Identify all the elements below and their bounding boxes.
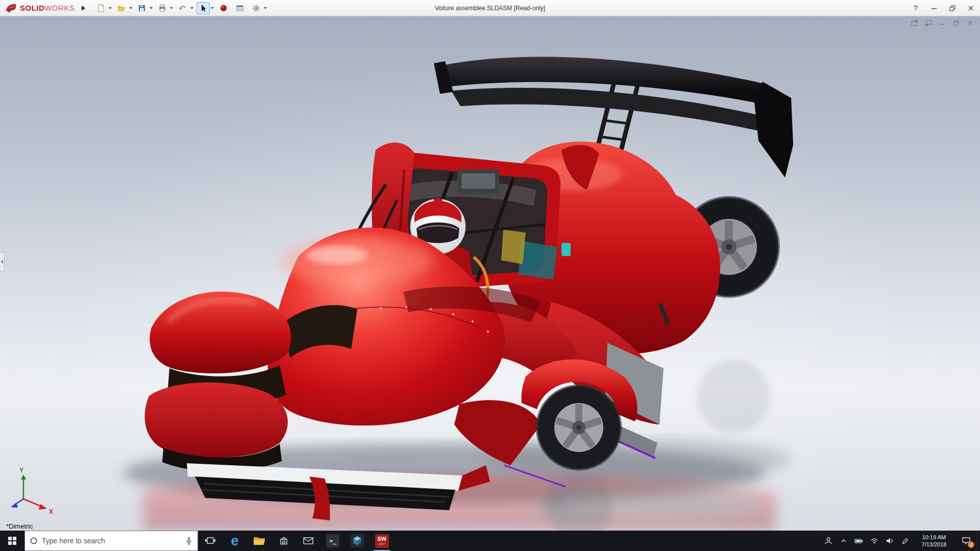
dropdown-caret[interactable] — [109, 7, 112, 9]
teal-detail — [561, 243, 571, 256]
undo-arrow-icon — [178, 4, 187, 13]
close-button[interactable] — [962, 0, 980, 16]
clock-date: 7/13/2018 — [914, 541, 954, 548]
float-window-icon — [911, 19, 919, 27]
doc-minimize-button[interactable] — [937, 19, 947, 27]
seat — [519, 241, 557, 280]
task-view-button[interactable] — [198, 531, 223, 551]
battery-icon — [854, 537, 864, 544]
graphics-viewport[interactable]: Y X — [0, 16, 980, 531]
dropdown-caret[interactable] — [170, 7, 173, 9]
file-explorer-icon — [253, 536, 265, 546]
mail-icon — [303, 536, 314, 545]
notification-badge: 2 — [968, 541, 974, 548]
solidworks-logo: SOLIDWORKS — [0, 3, 79, 13]
float-window-button[interactable] — [910, 19, 920, 27]
design-table-button[interactable] — [233, 2, 247, 14]
help-button[interactable]: ? — [906, 0, 925, 16]
brand-solid: SOLID — [20, 4, 44, 12]
brand-text: SOLIDWORKS — [20, 4, 75, 12]
save-button[interactable] — [135, 2, 153, 14]
cad-viewer-button[interactable] — [345, 531, 370, 551]
command-prompt-icon: >_ — [326, 534, 339, 547]
cad-viewer-icon — [351, 534, 364, 547]
start-button[interactable] — [0, 531, 24, 551]
triad-x-label: X — [49, 508, 53, 515]
options-button[interactable] — [250, 2, 267, 14]
wifi-icon — [870, 537, 878, 544]
dropdown-caret[interactable] — [150, 7, 153, 9]
task-view-icon — [205, 535, 216, 546]
model-scene: Y X — [0, 16, 980, 531]
windows-logo-icon — [8, 537, 16, 545]
new-document-button[interactable] — [94, 2, 112, 14]
edge-button[interactable]: e — [223, 531, 247, 551]
open-button[interactable] — [115, 2, 132, 14]
app-titlebar: SOLIDWORKS — [0, 0, 980, 16]
pen-icon — [901, 537, 909, 545]
windows-taskbar: e >_ SW 2017 — [0, 531, 980, 551]
store-button[interactable] — [272, 531, 296, 551]
select-cursor-icon — [199, 4, 208, 13]
command-prompt-button[interactable]: >_ — [321, 531, 345, 551]
file-explorer-button[interactable] — [247, 531, 272, 551]
doc-minimize-icon — [939, 19, 946, 27]
hidden-icons-button[interactable] — [836, 531, 851, 551]
wheel-reflection — [697, 360, 770, 433]
flyout-arrow-icon — [82, 6, 85, 11]
show-desktop-button[interactable] — [977, 531, 980, 551]
view-orientation-label: *Dimetric — [6, 522, 33, 530]
left-fenders — [145, 291, 291, 471]
restore-icon — [949, 5, 956, 12]
dropdown-caret[interactable] — [190, 7, 193, 9]
brand-works: WORKS — [44, 4, 75, 12]
close-icon — [967, 5, 974, 12]
dropdown-caret[interactable] — [264, 7, 267, 9]
solidworks-app-icon: SW 2017 — [375, 534, 389, 548]
chevron-up-icon — [840, 537, 847, 544]
collapse-arrow-icon — [1, 260, 3, 264]
appearance-sphere-icon — [219, 4, 228, 13]
print-icon — [158, 4, 167, 13]
microphone-icon[interactable] — [185, 537, 193, 545]
orientation-triad: Y X — [11, 467, 53, 515]
front-right-wheel — [537, 386, 621, 469]
save-floppy-icon — [137, 4, 146, 13]
doc-close-button[interactable] — [965, 19, 975, 27]
edit-appearance-button[interactable] — [217, 2, 230, 14]
search-input[interactable] — [42, 537, 181, 545]
volume-button[interactable] — [882, 531, 897, 551]
taskbar-clock[interactable]: 10:19 AM 7/13/2018 — [914, 534, 954, 548]
race-car-model[interactable]: Y X — [11, 57, 793, 531]
print-button[interactable] — [156, 2, 173, 14]
menu-flyout-button[interactable] — [79, 2, 88, 14]
restore-button[interactable] — [943, 0, 962, 16]
battery-button[interactable] — [851, 531, 867, 551]
design-table-icon — [235, 4, 244, 13]
dropdown-caret[interactable] — [129, 7, 132, 9]
pen-button[interactable] — [897, 531, 913, 551]
dock-window-button[interactable] — [923, 19, 934, 27]
taskbar-search[interactable] — [24, 531, 198, 551]
speaker-icon — [886, 537, 894, 544]
mail-button[interactable] — [296, 531, 321, 551]
window-controls: ? — [906, 0, 980, 16]
network-button[interactable] — [867, 531, 882, 551]
undo-button[interactable] — [176, 2, 193, 14]
clock-time: 10:19 AM — [914, 534, 954, 541]
document-window-controls — [910, 19, 975, 27]
doc-restore-button[interactable] — [951, 19, 961, 27]
panel-collapse-tab[interactable] — [0, 252, 5, 271]
select-button[interactable] — [197, 2, 214, 14]
edge-icon: e — [231, 534, 238, 548]
quick-access-toolbar — [93, 2, 268, 14]
new-document-icon — [96, 4, 106, 13]
dock-window-icon — [924, 19, 933, 27]
action-center-button[interactable]: 2 — [955, 531, 977, 551]
store-icon — [279, 536, 289, 546]
minimize-button[interactable] — [925, 0, 943, 16]
people-button[interactable] — [821, 531, 836, 551]
cortana-icon — [30, 537, 38, 545]
solidworks-app-button[interactable]: SW 2017 — [370, 531, 394, 551]
dropdown-caret[interactable] — [211, 7, 214, 9]
